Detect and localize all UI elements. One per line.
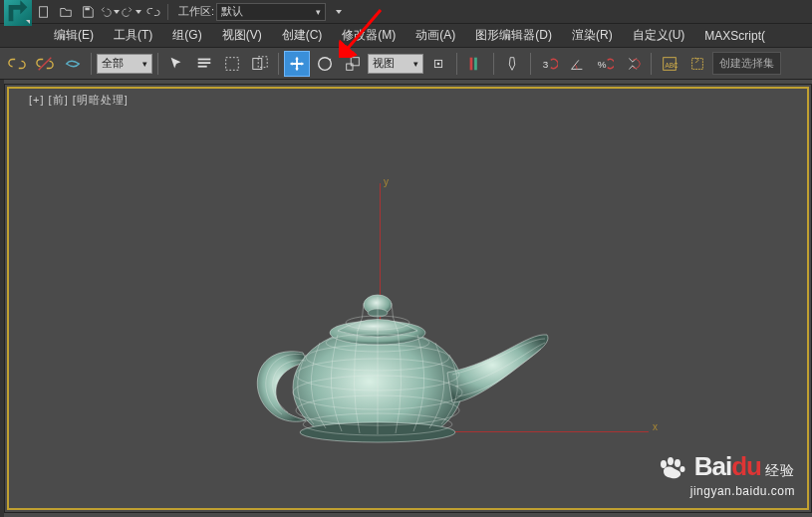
select-region-icon[interactable] bbox=[219, 51, 245, 77]
menu-customize[interactable]: 自定义(U) bbox=[623, 23, 695, 48]
select-scale-icon[interactable] bbox=[340, 51, 366, 77]
menu-views[interactable]: 视图(V) bbox=[212, 23, 272, 48]
spinner-snap-icon[interactable] bbox=[620, 51, 646, 77]
svg-text:ABC: ABC bbox=[666, 61, 678, 68]
named-sel-icon[interactable] bbox=[684, 51, 710, 77]
svg-point-9 bbox=[319, 57, 332, 70]
svg-rect-0 bbox=[40, 6, 48, 17]
bind-space-icon[interactable] bbox=[60, 51, 86, 77]
axis-label-y: y bbox=[384, 176, 389, 187]
keyboard-shortcut-icon[interactable] bbox=[499, 51, 525, 77]
menu-grapheditors[interactable]: 图形编辑器(D) bbox=[465, 23, 562, 48]
svg-rect-10 bbox=[347, 64, 353, 70]
workspace-label: 工作区: bbox=[178, 4, 214, 19]
ref-coord-system[interactable]: 视图 bbox=[368, 54, 423, 74]
pivot-center-icon[interactable] bbox=[425, 51, 451, 77]
link-icon[interactable] bbox=[143, 2, 163, 22]
angle-snap-icon[interactable] bbox=[564, 51, 590, 77]
edit-named-sel-icon[interactable]: ABC bbox=[657, 51, 682, 77]
create-selection-set-field[interactable]: 创建选择集 bbox=[712, 52, 781, 75]
menu-bar: 编辑(E) 工具(T) 组(G) 视图(V) 创建(C) 修改器(M) 动画(A… bbox=[0, 24, 812, 48]
svg-rect-6 bbox=[226, 57, 239, 70]
redo-icon[interactable] bbox=[122, 2, 141, 22]
percent-snap-icon[interactable]: % bbox=[592, 51, 618, 77]
snap-3d-icon[interactable]: 3 bbox=[536, 51, 562, 77]
menu-group[interactable]: 组(G) bbox=[162, 23, 211, 48]
main-toolbar: 全部 视图 3 % ABC 创建选择集 bbox=[0, 48, 812, 80]
teapot-object[interactable] bbox=[208, 263, 567, 462]
select-object-icon[interactable] bbox=[163, 51, 189, 77]
viewport-front[interactable]: [+] [前] [明暗处理] y x bbox=[7, 87, 809, 510]
svg-text:3: 3 bbox=[543, 58, 549, 69]
menu-edit[interactable]: 编辑(E) bbox=[44, 23, 104, 48]
menu-rendering[interactable]: 渲染(R) bbox=[562, 23, 623, 48]
svg-rect-20 bbox=[692, 58, 703, 69]
svg-rect-1 bbox=[85, 7, 89, 10]
menu-create[interactable]: 创建(C) bbox=[272, 23, 333, 48]
unlink-icon[interactable] bbox=[32, 51, 58, 77]
svg-rect-4 bbox=[198, 62, 211, 64]
new-icon[interactable] bbox=[34, 2, 54, 22]
workspace-select[interactable]: 默认 bbox=[216, 3, 326, 21]
menu-modifiers[interactable]: 修改器(M) bbox=[332, 23, 406, 48]
svg-rect-3 bbox=[198, 58, 211, 60]
svg-text:%: % bbox=[598, 58, 607, 69]
svg-rect-11 bbox=[351, 57, 359, 65]
select-move-icon[interactable] bbox=[284, 51, 310, 77]
select-rotate-icon[interactable] bbox=[312, 51, 338, 77]
open-icon[interactable] bbox=[56, 2, 76, 22]
menu-tools[interactable]: 工具(T) bbox=[104, 23, 162, 48]
axis-label-x: x bbox=[653, 421, 658, 432]
window-crossing-icon[interactable] bbox=[247, 51, 273, 77]
svg-rect-15 bbox=[474, 57, 477, 70]
app-logo[interactable] bbox=[4, 0, 32, 26]
menu-animation[interactable]: 动画(A) bbox=[406, 23, 465, 48]
select-name-icon[interactable] bbox=[191, 51, 217, 77]
svg-point-13 bbox=[437, 62, 440, 65]
save-icon[interactable] bbox=[78, 2, 98, 22]
svg-rect-5 bbox=[198, 65, 207, 67]
select-manipulate-icon[interactable] bbox=[462, 51, 488, 77]
select-link-icon[interactable] bbox=[4, 51, 30, 77]
menu-maxscript[interactable]: MAXScript( bbox=[694, 25, 775, 47]
workspace-more-icon[interactable] bbox=[328, 2, 348, 22]
undo-icon[interactable] bbox=[100, 2, 120, 22]
selection-filter[interactable]: 全部 bbox=[97, 54, 152, 74]
svg-rect-14 bbox=[470, 57, 473, 70]
